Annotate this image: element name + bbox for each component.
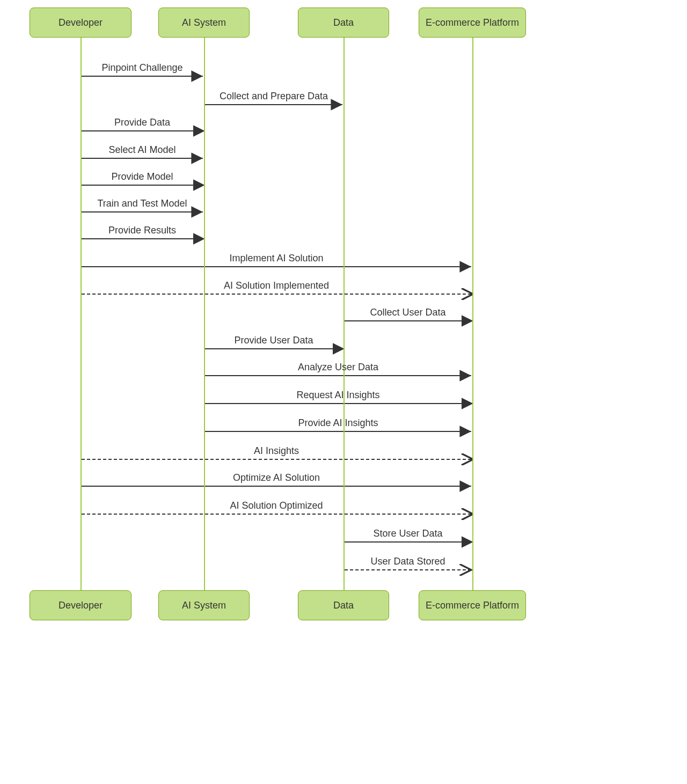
message-label: Analyze User Data [298,362,378,373]
message-label: Provide Results [108,225,176,236]
message-label: Provide Data [114,117,170,128]
message-label: AI Solution Optimized [230,500,323,511]
participant-ai-system-top: AI System [158,8,250,38]
participant-ai-system-bottom: AI System [158,590,250,620]
message-label: Store User Data [373,528,442,539]
participant-platform-top: E-commerce Platform [419,8,526,38]
message-label: Train and Test Model [97,198,187,209]
participant-developer-top: Developer [30,8,131,38]
message-label: User Data Stored [370,556,445,567]
message-label: Provide AI Insights [298,417,378,429]
lifeline-developer [81,38,82,592]
participant-platform-bottom: E-commerce Platform [419,590,526,620]
message-label: Implement AI Solution [229,253,323,264]
message-label: Provide Model [111,171,173,182]
sequence-diagram: DeveloperAI SystemDataE-commerce Platfor… [0,0,687,784]
message-label: Select AI Model [108,144,176,156]
message-label: AI Insights [254,445,299,457]
message-label: AI Solution Implemented [224,280,329,291]
message-label: Optimize AI Solution [233,472,320,483]
message-label: Provide User Data [234,335,313,346]
participant-data-top: Data [298,8,389,38]
message-label: Collect and Prepare Data [220,91,328,102]
lifeline-data [344,38,345,592]
message-label: Pinpoint Challenge [101,62,182,74]
participant-developer-bottom: Developer [30,590,131,620]
lifeline-ai-system [204,38,205,592]
message-label: Request AI Insights [296,390,379,401]
message-label: Collect User Data [370,307,445,318]
lifeline-platform [472,38,473,592]
participant-data-bottom: Data [298,590,389,620]
